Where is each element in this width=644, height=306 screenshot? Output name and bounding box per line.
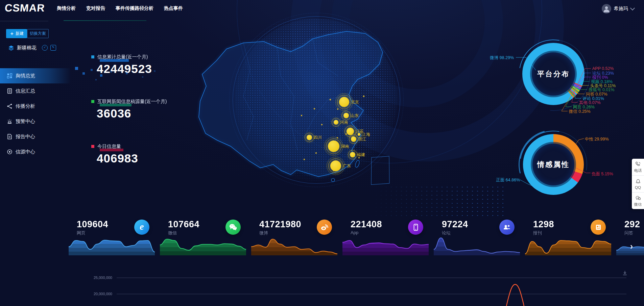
map-bubble-4[interactable] [358,133,360,136]
trend-axis-label: 20,000,000 [85,292,112,296]
card-sparkline [251,236,337,255]
map-bubble-1[interactable] [343,113,349,118]
platform-distribution-donut: 平台分布 [522,43,585,105]
pixel-decoration [142,76,143,78]
map-bubble-8[interactable] [350,152,355,157]
stat-marker [91,55,94,58]
contact-label: QQ [635,185,641,189]
wechat-icon [635,195,641,201]
map-bubble-0[interactable] [339,97,349,107]
stat-value: 406983 [97,152,138,165]
particles-decoration [348,185,507,218]
share-network-icon [7,103,13,109]
trend-gridline [117,294,626,294]
card-value: 109604 [77,219,108,230]
switch-plan-label: 切换方案 [30,31,46,36]
stat-value: 36036 [97,107,131,120]
card-label: 微博 [259,230,268,236]
sidebar-item-3[interactable]: 预警中心 [0,114,49,129]
report-doc-icon [7,134,13,139]
trend-gridline [117,278,626,278]
brand-logo[interactable]: CSMAR [4,2,45,14]
map-bubble-label: 浙江 [358,136,366,142]
sidebar-menu: 舆情总览信息汇总传播分析预警中心报告中心信源中心 [0,68,49,159]
sidebar-item-2[interactable]: 传播分析 [0,99,49,114]
map-bubble-7[interactable] [328,141,339,152]
map-bubble-label: 河南 [340,120,348,125]
sidebar-item-0[interactable]: 舆情总览 [0,68,71,83]
platform-label-11: 微信 0.25% [569,109,591,114]
plan-name: 新疆棉花 [17,45,37,51]
platform-card-1[interactable]: 107664微信 [160,218,246,256]
trend-series-spike [506,282,525,306]
stat-label: 今日信息量 [97,144,121,150]
card-value: 292 [624,219,640,230]
nav-item-2[interactable]: 事件传播路径分析 [116,5,153,11]
sidebar-item-label: 传播分析 [16,103,35,109]
target-icon [7,149,13,155]
card-value: 97224 [442,219,468,230]
sentiment-donut-title: 情感属性 [537,160,570,169]
plus-icon: ＋ [9,31,14,37]
map-bubble-9[interactable] [330,160,341,171]
map-bubble-2[interactable] [334,120,338,125]
check-circle-icon[interactable]: ✓ [42,45,48,51]
map-bubble-label: 湖南 [341,144,349,149]
contact-item-0[interactable]: 电话 [632,159,644,175]
newspaper-icon [591,220,606,235]
pixel-decoration [110,71,112,73]
card-sparkline [69,236,155,255]
card-label: App [351,230,358,235]
map-bubble-label: 福建 [357,152,365,158]
pixel-decoration [82,72,85,75]
platform-card-3[interactable]: 221408App [342,218,429,256]
map-bubble-3[interactable] [347,128,354,135]
edit-icon[interactable]: ✎ [50,45,56,51]
card-value: 221408 [351,219,382,230]
platform-donut-title: 平台分布 [537,69,570,79]
carousel-next-button[interactable]: › [626,240,637,252]
pixel-decoration [91,69,93,71]
nav-item-0[interactable]: 舆情分析 [57,5,76,11]
sentiment-donut-center: 情感属性 [532,144,574,185]
contact-item-1[interactable]: QQ [632,175,644,192]
wechat-icon [225,220,241,235]
platform-card-4[interactable]: 97224论坛 [434,218,520,256]
card-value: 107664 [168,219,199,230]
sentiment-donut: 情感属性 [523,134,584,195]
download-icon[interactable] [622,270,628,276]
qq-icon [635,178,641,185]
phone-icon [635,161,641,168]
nav-item-3[interactable]: 热点事件 [164,5,183,11]
sidebar-item-label: 报告中心 [16,133,35,140]
stat-label: 信息累计总量(近一个月) [97,54,148,60]
south-china-sea-inset [371,156,390,185]
pixel-decoration [75,67,78,70]
card-label: 论坛 [442,230,451,236]
weibo-icon [317,220,332,235]
platform-card-5[interactable]: 1298报刊 [525,218,611,256]
sidebar-item-4[interactable]: 报告中心 [0,129,49,144]
card-sparkline [160,236,246,255]
contact-item-2[interactable]: 微信 [632,192,644,209]
stat-marker [91,145,94,148]
platform-card-0[interactable]: 109604网页e [69,218,155,256]
stat-marker [91,100,94,103]
map-bubble-5[interactable] [351,136,356,142]
card-label: 问答 [624,230,633,236]
map-bubble-label: 四川 [314,135,322,141]
sidebar-item-label: 信源中心 [16,149,35,155]
layers-icon [8,45,14,51]
list-doc-icon [7,88,13,94]
platform-card-2[interactable]: 41721980微博 [251,218,337,256]
sidebar-item-5[interactable]: 信源中心 [0,144,49,159]
new-plan-button[interactable]: ＋ 新建 [6,29,27,38]
avatar [602,4,611,14]
nav-item-1[interactable]: 竞对报告 [86,5,105,11]
stat-value: 42449523 [97,62,152,76]
sidebar-item-1[interactable]: 信息汇总 [0,83,49,99]
map-bubble-6[interactable] [307,135,312,140]
switch-plan-button[interactable]: 切换方案 [27,29,49,38]
platform-label-weibo: 微博 98.29% [490,55,514,61]
user-menu[interactable]: 希施玛 [602,4,634,14]
